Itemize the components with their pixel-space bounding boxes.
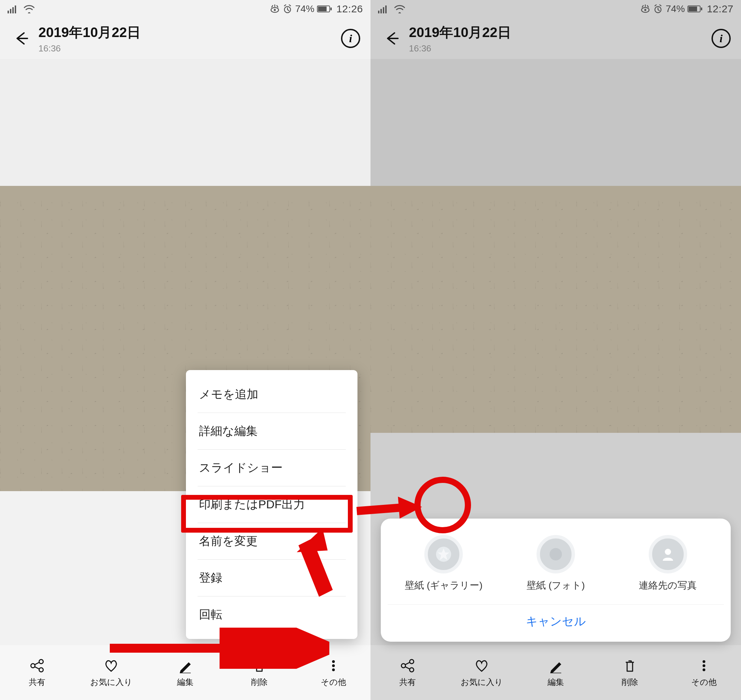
battery-percent: 74% <box>666 3 685 15</box>
photo-time: 16:36 <box>409 43 712 54</box>
alarm-icon <box>653 4 663 14</box>
menu-item-add-memo[interactable]: メモを追加 <box>197 376 346 413</box>
menu-item-print-pdf[interactable]: 印刷またはPDF出力 <box>197 486 346 523</box>
svg-point-28 <box>410 668 414 672</box>
back-button[interactable] <box>381 28 403 49</box>
svg-rect-2 <box>12 7 14 13</box>
heart-icon <box>103 657 119 674</box>
share-button[interactable]: 共有 <box>0 645 74 700</box>
svg-point-27 <box>410 660 414 664</box>
more-icon <box>325 657 342 674</box>
signal-icon <box>7 4 19 13</box>
photo-date: 2019年10月22日 <box>38 23 341 42</box>
clock-time: 12:26 <box>335 3 363 15</box>
phone-screenshot-right: 74% 12:27 2019年10月22日 16:36 i <box>370 0 741 700</box>
more-button[interactable]: その他 <box>667 645 741 700</box>
sheet-option-wallpaper-gallery[interactable]: 壁紙 (ギャラリー) <box>387 535 500 592</box>
trash-icon <box>251 657 268 674</box>
bottom-toolbar: 共有 お気に入り 編集 削除 その他 <box>370 645 741 700</box>
svg-rect-16 <box>378 10 379 13</box>
empty-space <box>370 59 741 186</box>
svg-rect-25 <box>701 7 702 10</box>
battery-percent: 74% <box>295 3 314 15</box>
svg-point-21 <box>644 9 646 11</box>
toolbar-label: その他 <box>691 676 717 688</box>
app-header: 2019年10月22日 16:36 i <box>370 18 741 59</box>
toolbar-label: 共有 <box>399 676 416 688</box>
menu-item-set-as[interactable]: 登録 <box>197 560 346 596</box>
status-bar: 74% 12:26 <box>0 0 370 18</box>
empty-space <box>0 59 370 186</box>
toolbar-label: 編集 <box>548 676 564 688</box>
delete-button[interactable]: 削除 <box>593 645 667 700</box>
edit-button[interactable]: 編集 <box>519 645 593 700</box>
bottom-toolbar: 共有 お気に入り 編集 削除 その他 <box>0 645 370 700</box>
menu-item-rename[interactable]: 名前を変更 <box>197 523 346 560</box>
edit-button[interactable]: 編集 <box>148 645 222 700</box>
info-button[interactable]: i <box>341 29 360 48</box>
more-icon <box>696 657 712 674</box>
wifi-icon <box>394 4 405 13</box>
svg-point-5 <box>274 9 276 11</box>
favorite-button[interactable]: お気に入り <box>445 645 519 700</box>
favorite-button[interactable]: お気に入り <box>74 645 148 700</box>
svg-rect-19 <box>385 6 387 13</box>
svg-point-26 <box>401 664 405 668</box>
svg-point-33 <box>549 548 562 560</box>
sheet-cancel-button[interactable]: キャンセル <box>387 604 724 632</box>
toolbar-label: 削除 <box>622 676 638 688</box>
svg-point-31 <box>703 668 705 671</box>
toolbar-label: お気に入り <box>90 676 133 688</box>
menu-item-rotate[interactable]: 回転 <box>197 596 346 633</box>
svg-point-34 <box>665 549 671 555</box>
toolbar-label: その他 <box>321 676 346 688</box>
trash-icon <box>622 657 638 674</box>
photo-time: 16:36 <box>38 43 341 54</box>
sheet-option-contact-photo[interactable]: 連絡先の写真 <box>612 535 724 592</box>
svg-rect-3 <box>15 6 16 13</box>
phone-screenshot-left: 74% 12:26 2019年10月22日 16:36 i <box>0 0 370 700</box>
sheet-option-wallpaper-photo[interactable]: 壁紙 (フォト) <box>500 535 612 592</box>
svg-point-15 <box>332 668 335 671</box>
svg-point-11 <box>39 660 43 664</box>
toolbar-label: 共有 <box>29 676 45 688</box>
sheet-option-label: 連絡先の写真 <box>639 579 697 592</box>
app-header: 2019年10月22日 16:36 i <box>0 18 370 59</box>
share-icon <box>399 657 416 674</box>
share-icon <box>29 657 45 674</box>
battery-icon <box>688 5 703 13</box>
clock-time: 12:27 <box>705 3 734 15</box>
svg-point-12 <box>39 668 43 672</box>
svg-point-29 <box>703 660 705 663</box>
sheet-option-label: 壁紙 (ギャラリー) <box>405 579 482 592</box>
back-button[interactable] <box>10 28 32 49</box>
share-button[interactable]: 共有 <box>370 645 445 700</box>
battery-icon <box>317 5 332 13</box>
pencil-icon <box>177 657 193 674</box>
svg-rect-9 <box>330 7 332 10</box>
info-button[interactable]: i <box>712 29 731 48</box>
wallpaper-gallery-icon <box>424 535 463 574</box>
contact-photo-icon <box>649 535 687 574</box>
photo-viewer[interactable] <box>370 186 741 433</box>
signal-icon <box>378 4 390 13</box>
sheet-option-label: 壁紙 (フォト) <box>527 579 585 592</box>
svg-rect-1 <box>10 9 11 13</box>
toolbar-label: 編集 <box>177 676 193 688</box>
svg-rect-24 <box>688 6 697 11</box>
wifi-icon <box>23 4 35 13</box>
eye-comfort-icon <box>270 4 280 13</box>
delete-button[interactable]: 削除 <box>222 645 296 700</box>
menu-item-advanced-edit[interactable]: 詳細な編集 <box>197 413 346 450</box>
menu-item-slideshow[interactable]: スライドショー <box>197 450 346 486</box>
more-menu-popup: メモを追加 詳細な編集 スライドショー 印刷またはPDF出力 名前を変更 登録 … <box>186 370 358 639</box>
more-button[interactable]: その他 <box>296 645 370 700</box>
svg-point-14 <box>332 664 335 667</box>
status-bar: 74% 12:27 <box>370 0 741 18</box>
svg-point-10 <box>31 664 35 668</box>
toolbar-label: お気に入り <box>461 676 503 688</box>
svg-rect-8 <box>318 6 327 11</box>
heart-icon <box>473 657 490 674</box>
svg-rect-0 <box>7 10 9 13</box>
svg-rect-17 <box>380 9 382 13</box>
